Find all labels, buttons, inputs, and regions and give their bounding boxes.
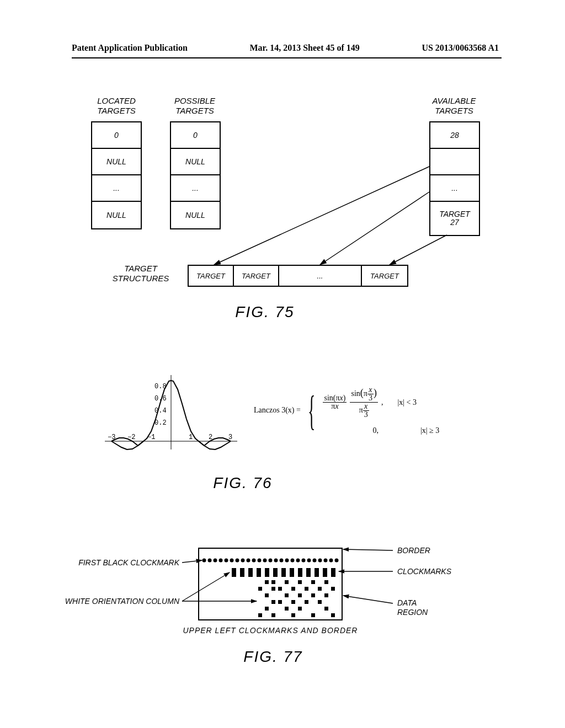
located-cell: NULL: [92, 149, 141, 175]
svg-rect-42: [323, 568, 327, 577]
svg-rect-66: [318, 600, 322, 604]
xtick: 1: [189, 433, 193, 441]
svg-rect-37: [281, 568, 286, 577]
svg-rect-75: [331, 613, 335, 617]
svg-point-14: [247, 559, 250, 563]
svg-rect-63: [278, 600, 282, 604]
svg-rect-51: [271, 587, 275, 591]
fig77-subtitle: UPPER LEFT CLOCKMARKS AND BORDER: [171, 626, 370, 635]
svg-rect-72: [271, 613, 275, 617]
svg-rect-67: [265, 607, 269, 611]
svg-rect-73: [291, 613, 295, 617]
svg-rect-44: [265, 580, 269, 584]
located-cell: ...: [92, 175, 141, 202]
svg-rect-32: [240, 568, 244, 577]
lanczos-plot: [99, 370, 243, 458]
svg-rect-74: [311, 613, 315, 617]
svg-point-20: [280, 559, 284, 563]
svg-rect-38: [290, 568, 294, 577]
svg-line-2: [390, 235, 447, 265]
svg-point-7: [208, 559, 212, 563]
svg-point-18: [269, 559, 273, 563]
possible-cell: ...: [171, 175, 220, 202]
fig75-caption: FIG. 75: [210, 303, 320, 321]
svg-point-16: [258, 559, 262, 563]
svg-point-28: [324, 559, 328, 563]
possible-targets-column: 0 NULL ... NULL: [170, 121, 221, 229]
svg-rect-70: [324, 607, 328, 611]
available-cell: TARGET27: [430, 202, 479, 235]
figure-75: LOCATEDTARGETS POSSIBLETARGETS AVAILABLE…: [83, 99, 483, 320]
cond1: |x| < 3: [386, 398, 417, 407]
ytick: 0.4: [154, 407, 167, 415]
fig76-caption: FIG. 76: [188, 474, 298, 492]
located-cell: NULL: [92, 202, 141, 228]
figure-77: FIRST BLACK CLOCKMARK WHITE ORIENTATION …: [72, 546, 491, 678]
svg-point-11: [230, 559, 234, 563]
available-targets-column: 28 ... TARGET27: [429, 121, 480, 236]
svg-point-26: [313, 559, 317, 563]
fig77-graphic: [72, 546, 491, 634]
ytick: 0.2: [154, 419, 167, 427]
svg-rect-57: [265, 593, 269, 597]
svg-point-13: [241, 559, 245, 563]
svg-line-0: [214, 167, 429, 265]
svg-rect-53: [291, 587, 295, 591]
svg-rect-35: [265, 568, 269, 577]
svg-point-12: [236, 559, 239, 563]
figure-76: 0.8 0.6 0.4 0.2 −3 −2 −1 1 2 3 Lanczos 3…: [99, 370, 475, 496]
target-row-cell: TARGET: [189, 266, 234, 286]
possible-cell: NULL: [171, 149, 220, 175]
header-left: Patent Application Publication: [72, 43, 188, 53]
available-cell: 28: [430, 122, 479, 149]
label-available-targets: AVAILABLETARGETS: [424, 96, 484, 116]
svg-rect-47: [298, 580, 302, 584]
svg-point-30: [335, 559, 339, 563]
label-possible-targets: POSSIBLETARGETS: [164, 96, 225, 116]
label-located-targets: LOCATEDTARGETS: [86, 96, 147, 116]
svg-point-23: [296, 559, 300, 563]
svg-rect-46: [285, 580, 289, 584]
svg-point-21: [285, 559, 289, 563]
xtick: −2: [127, 433, 135, 441]
cond2: |x| ≥ 3: [382, 426, 439, 435]
svg-rect-55: [318, 587, 322, 591]
located-targets-column: 0 NULL ... NULL: [91, 121, 142, 229]
svg-rect-52: [278, 587, 282, 591]
svg-line-1: [320, 192, 429, 265]
svg-rect-58: [285, 593, 289, 597]
svg-point-19: [274, 559, 278, 563]
svg-point-8: [214, 559, 217, 563]
svg-rect-50: [258, 587, 262, 591]
svg-line-79: [343, 549, 393, 550]
svg-point-22: [291, 559, 295, 563]
target-row-cell: TARGET: [362, 266, 407, 286]
ytick: 0.8: [154, 383, 167, 390]
lanczos-formula: Lanczos 3(x) = { sin(πx)πx sin(πx3) πx3 …: [254, 386, 475, 435]
svg-point-10: [225, 559, 228, 563]
svg-point-15: [252, 559, 256, 563]
svg-rect-64: [291, 600, 295, 604]
brace-icon: {: [308, 394, 315, 428]
svg-rect-61: [324, 593, 328, 597]
svg-rect-62: [271, 600, 275, 604]
xtick: −1: [147, 433, 155, 441]
header-rule: [72, 57, 502, 58]
target-row-cell: ...: [279, 266, 362, 286]
svg-rect-56: [331, 587, 335, 591]
target-row-cell: TARGET: [234, 266, 279, 286]
header-center: Mar. 14, 2013 Sheet 45 of 149: [249, 43, 359, 53]
svg-rect-48: [311, 580, 315, 584]
header-right: US 2013/0063568 A1: [422, 43, 499, 53]
xtick: 3: [228, 433, 232, 441]
available-cell: ...: [430, 175, 479, 202]
svg-rect-41: [315, 568, 319, 577]
svg-rect-39: [298, 568, 302, 577]
svg-line-78: [182, 572, 230, 601]
svg-rect-45: [271, 580, 275, 584]
xtick: −3: [108, 433, 115, 441]
page-header: Patent Application Publication Mar. 14, …: [0, 43, 565, 53]
svg-point-24: [302, 559, 306, 563]
svg-rect-68: [285, 607, 289, 611]
svg-rect-59: [298, 593, 302, 597]
